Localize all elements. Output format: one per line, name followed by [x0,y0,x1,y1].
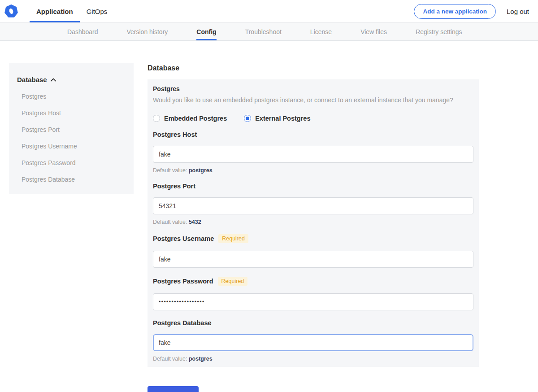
kots-logo-icon [4,4,18,18]
radio-embedded-postgres-label: Embedded Postgres [164,115,227,122]
tab-dashboard[interactable]: Dashboard [67,23,98,40]
postgres-password-input[interactable] [153,293,473,310]
tab-registry-settings[interactable]: Registry settings [416,23,462,40]
radio-selected-icon[interactable] [244,115,251,122]
default-value-label: Default value: [153,219,187,225]
tab-view-files[interactable]: View files [360,23,387,40]
app-logo[interactable] [4,0,18,22]
sidebar-item-postgres-port[interactable]: Postgres Port [22,126,126,133]
tab-dashboard-label: Dashboard [67,28,98,35]
postgres-username-label-row: Postgres Username Required [153,234,473,243]
postgres-port-label: Postgres Port [153,183,195,190]
sidebar-item-postgres-host[interactable]: Postgres Host [22,109,126,117]
sidebar-group-database[interactable]: Database [17,76,126,83]
config-group-panel: Postgres Would you like to use an embedd… [148,79,479,367]
required-badge: Required [218,234,248,243]
tab-version-history[interactable]: Version history [127,23,168,40]
config-page: Database Postgres Postgres Host Postgres… [0,41,538,392]
top-tab-application[interactable]: Application [30,0,80,22]
postgres-database-input[interactable] [153,334,473,351]
top-tab-bar: Application GitOps [30,0,114,22]
top-nav: Application GitOps Add a new application… [0,0,538,23]
config-group-description: Would you like to use an embedded postgr… [153,96,473,104]
default-value-text: postgres [189,356,213,362]
tab-config-label: Config [196,28,216,35]
tab-registry-settings-label: Registry settings [416,28,462,35]
sidebar-item-postgres-database[interactable]: Postgres Database [22,176,126,183]
tab-view-files-label: View files [360,28,387,35]
add-new-application-button[interactable]: Add a new application [414,4,496,19]
sidebar-item-postgres-username[interactable]: Postgres Username [22,143,126,150]
tab-troubleshoot[interactable]: Troubleshoot [245,23,282,40]
postgres-password-label: Postgres Password [153,278,213,285]
radio-unselected-icon[interactable] [153,115,160,122]
required-badge: Required [218,277,248,286]
postgres-host-input[interactable] [153,146,473,163]
postgres-database-label: Postgres Database [153,319,212,327]
postgres-port-helper: Default value: 5432 [153,219,473,225]
postgres-database-label-row: Postgres Database [153,319,473,327]
top-tab-application-label: Application [36,8,73,15]
postgres-username-input[interactable] [153,251,473,268]
postgres-database-helper: Default value: postgres [153,356,473,362]
top-tab-gitops-label: GitOps [87,8,108,15]
default-value-label: Default value: [153,356,187,362]
config-main: Database Postgres Would you like to use … [148,41,479,392]
postgres-host-helper: Default value: postgres [153,167,473,174]
tab-troubleshoot-label: Troubleshoot [245,28,282,35]
radio-embedded-postgres[interactable]: Embedded Postgres [153,115,227,122]
config-group-title: Postgres [153,85,473,92]
radio-external-postgres[interactable]: External Postgres [244,115,310,122]
sidebar-item-list: Postgres Postgres Host Postgres Port Pos… [17,93,126,183]
app-sub-nav: Dashboard Version history Config Trouble… [0,23,538,41]
default-value-text: 5432 [189,219,201,225]
sidebar-item-postgres[interactable]: Postgres [22,93,126,100]
default-value-text: postgres [189,167,213,174]
default-value-label: Default value: [153,167,187,174]
sidebar-item-postgres-password[interactable]: Postgres Password [22,159,126,166]
tab-config[interactable]: Config [196,23,216,40]
top-nav-spacer [114,0,414,22]
logout-link[interactable]: Log out [507,8,529,15]
postgres-type-radio-group: Embedded Postgres External Postgres [153,115,473,122]
top-tab-gitops[interactable]: GitOps [80,0,114,22]
radio-external-postgres-label: External Postgres [255,115,310,122]
save-config-button[interactable]: Save config [148,386,199,392]
tab-license-label: License [310,28,332,35]
page-title: Database [148,64,479,72]
tab-license[interactable]: License [310,23,332,40]
chevron-up-icon [50,78,56,82]
postgres-username-label: Postgres Username [153,235,214,242]
postgres-password-label-row: Postgres Password Required [153,277,473,286]
postgres-port-label-row: Postgres Port [153,183,473,190]
config-sidebar: Database Postgres Postgres Host Postgres… [9,63,134,194]
postgres-host-label: Postgres Host [153,131,197,138]
tab-version-history-label: Version history [127,28,168,35]
postgres-port-input[interactable] [153,197,473,214]
postgres-host-label-row: Postgres Host [153,131,473,138]
sidebar-group-label: Database [17,76,47,83]
